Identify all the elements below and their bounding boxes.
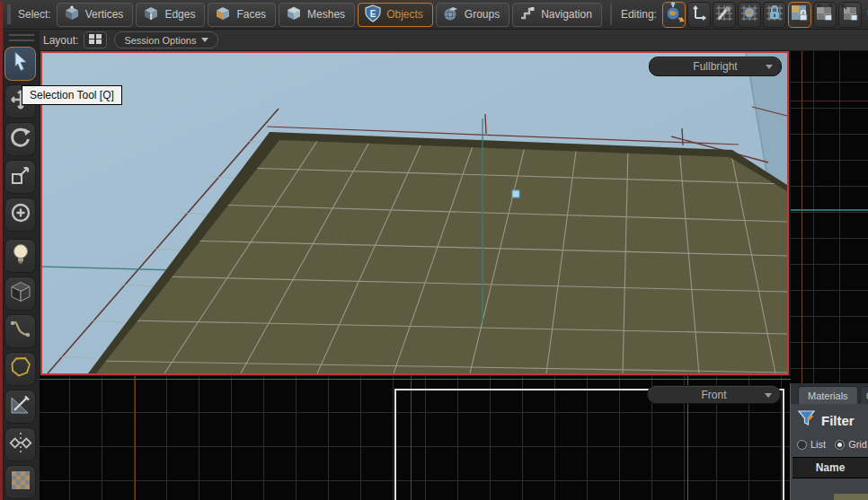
name-column-header[interactable]: Name <box>793 457 868 478</box>
filter-funnel-icon <box>797 409 816 431</box>
filter-header: Filter <box>791 404 868 431</box>
select-navigation-button[interactable]: Navigation <box>512 3 602 27</box>
texture-lock-icon <box>789 2 810 27</box>
view-mode-dropdown[interactable]: Front <box>647 385 781 404</box>
select-faces-button[interactable]: Faces <box>208 3 276 27</box>
tool-curve-button[interactable] <box>4 314 36 348</box>
tool-polygon-button[interactable] <box>4 352 36 386</box>
session-options-button[interactable]: Session Options <box>114 31 218 48</box>
tool-clip-button[interactable] <box>4 390 36 424</box>
sidebar-grip[interactable] <box>9 34 34 41</box>
tab-label: Materials <box>808 390 848 401</box>
select-label: Select: <box>18 8 51 21</box>
selection-outline[interactable] <box>394 389 784 500</box>
brush-cube-icon <box>9 280 32 307</box>
select-vertices-button[interactable]: Vertices <box>57 3 134 27</box>
button-label: Meshes <box>307 8 345 21</box>
select-meshes-button[interactable]: Meshes <box>279 3 355 27</box>
viewport-side[interactable] <box>791 51 868 383</box>
layout-toolbar: Layout: Session Options <box>0 30 868 51</box>
material-thumbnail[interactable] <box>834 494 868 500</box>
button-label: Objects <box>386 8 423 21</box>
tool-mirror-button[interactable] <box>4 427 36 461</box>
local-axis-icon <box>688 2 710 27</box>
tool-rotate-button[interactable] <box>4 122 36 156</box>
lock-grid-button[interactable] <box>763 2 786 28</box>
radio-icon[interactable] <box>835 440 845 450</box>
scene-3d <box>42 53 787 373</box>
grid-axis-line-teal <box>791 209 868 211</box>
entity-marker[interactable] <box>512 190 519 197</box>
list-radio-option[interactable]: List <box>797 439 826 450</box>
local-axis-button[interactable] <box>687 2 711 28</box>
lock-grid-icon <box>764 2 785 27</box>
viewport-3d[interactable]: Fullbright <box>40 51 789 375</box>
four-pane-icon <box>88 32 102 48</box>
cube-mesh-icon <box>285 4 303 25</box>
mode-toolbar: Select: Vertices Edges Faces Meshes E Ob… <box>0 0 868 30</box>
tool-brush-button[interactable] <box>4 276 36 311</box>
nav-path-icon <box>518 4 536 25</box>
view-mode-value: Front <box>701 389 726 401</box>
polygon-draw-icon <box>9 355 32 382</box>
radio-label: Grid <box>848 439 867 450</box>
grid-major-line <box>39 379 791 380</box>
chevron-down-icon <box>766 65 773 69</box>
selection-arrow-icon <box>10 50 31 77</box>
button-label: Session Options <box>124 35 196 46</box>
layout-label: Layout: <box>43 34 78 47</box>
texture-scale-lock-button[interactable] <box>838 2 862 28</box>
button-label: Faces <box>236 8 266 21</box>
light-bulb-icon <box>10 242 31 269</box>
tool-light-button[interactable] <box>4 239 36 273</box>
texture-checker-icon <box>9 469 32 496</box>
tool-selection-button[interactable] <box>4 47 36 81</box>
rotate-tool-icon <box>9 126 32 153</box>
editor-window: Select: Vertices Edges Faces Meshes E Ob… <box>0 0 868 500</box>
panel-tab-bar: Materials C <box>791 383 868 404</box>
grid-axis-line-red <box>791 101 868 101</box>
grid-radio-option[interactable]: Grid <box>835 439 867 450</box>
editing-label: Editing: <box>621 8 657 21</box>
scale-tool-icon <box>9 163 32 190</box>
column-header-label: Name <box>816 461 846 474</box>
tab-materials[interactable]: Materials <box>798 386 858 404</box>
select-groups-button[interactable]: Groups <box>436 3 509 27</box>
left-accent-stripe <box>0 2 3 500</box>
eyedropper-grid-icon <box>713 2 735 27</box>
texture-lock-button[interactable] <box>788 2 811 28</box>
viewport-front[interactable]: Front <box>39 376 791 500</box>
filter-label: Filter <box>821 413 855 428</box>
select-edges-button[interactable]: Edges <box>136 3 205 27</box>
toolbar-grip[interactable] <box>7 4 11 24</box>
radio-icon[interactable] <box>797 440 807 450</box>
tooltip: Selection Tool [Q] <box>22 85 122 105</box>
radio-label: List <box>810 439 826 450</box>
cube-vertices-icon <box>63 4 81 25</box>
tool-extrude-button[interactable] <box>4 197 36 232</box>
chevron-down-icon <box>201 38 208 42</box>
grid-axis-line-orange <box>135 376 136 500</box>
layout-grid-button[interactable] <box>84 31 107 48</box>
world-move-icon <box>663 2 685 27</box>
world-grid-button[interactable] <box>738 2 761 28</box>
texture-move-lock-icon <box>814 2 836 27</box>
toolbar-separator <box>610 4 612 25</box>
tool-texture-button[interactable] <box>4 465 36 499</box>
cube-edges-icon <box>142 4 160 25</box>
tooltip-text: Selection Tool [Q] <box>30 89 114 101</box>
button-label: Groups <box>465 8 500 21</box>
tool-scale-button[interactable] <box>4 160 36 194</box>
texture-move-lock-button[interactable] <box>813 2 837 28</box>
button-label: Edges <box>164 8 195 21</box>
tab-next-partial[interactable]: C <box>860 386 868 404</box>
select-objects-button[interactable]: E Objects <box>358 3 433 27</box>
svg-text:E: E <box>370 8 376 18</box>
globe-group-icon <box>442 4 460 25</box>
world-move-button[interactable] <box>662 2 686 28</box>
render-mode-value: Fullbright <box>693 60 737 73</box>
texture-scale-lock-icon <box>839 2 861 27</box>
eyedropper-button[interactable] <box>713 2 736 28</box>
button-label: Navigation <box>541 8 592 21</box>
render-mode-dropdown[interactable]: Fullbright <box>649 57 782 76</box>
